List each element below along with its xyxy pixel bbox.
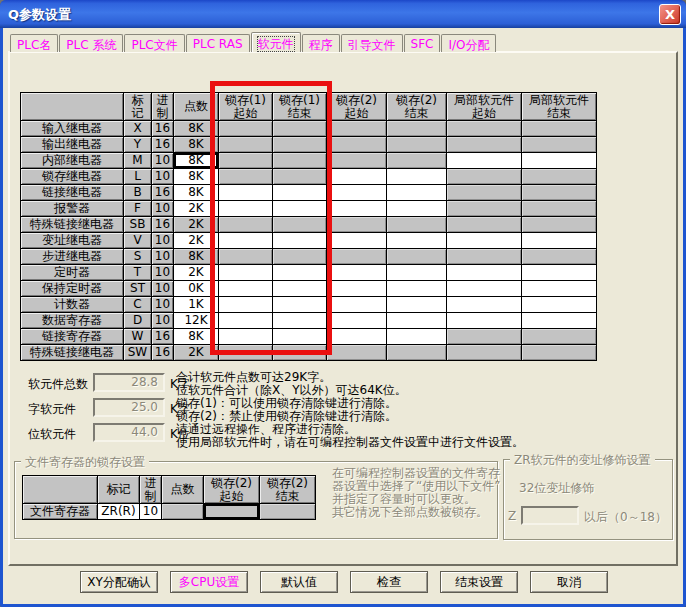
tab-label: I/O分配 (448, 38, 489, 52)
tab-program[interactable]: 程序 (302, 34, 340, 52)
latch1-start-cell[interactable] (219, 329, 273, 345)
latch2-start-cell[interactable] (327, 233, 387, 249)
base-cell: 10 (152, 313, 174, 329)
local-start-cell[interactable] (447, 153, 522, 169)
word-device-value: 25.0 (93, 398, 165, 417)
cancel-button[interactable]: 取消 (530, 571, 608, 593)
end-setup-button[interactable]: 结束设置 (440, 571, 518, 593)
points-cell: 2K (174, 345, 219, 361)
tab-plc-name[interactable]: PLC名 (10, 34, 58, 52)
device-table-header-row: 标 记进 制点数锁存(1) 起始锁存(1) 结束锁存(2) 起始锁存(2) 结束… (21, 93, 597, 121)
tab-label: PLC文件 (131, 38, 177, 52)
mark-cell: M (124, 153, 152, 169)
latch1-start-cell[interactable] (219, 233, 273, 249)
multi-cpu-settings-button[interactable]: 多CPU设置 (170, 571, 248, 593)
tab-plc-ras[interactable]: PLC RAS (186, 34, 250, 52)
xy-assignment-confirm-button[interactable]: XY分配确认 (80, 571, 158, 593)
latch2-start-cell[interactable] (327, 169, 387, 185)
local-start-cell[interactable] (447, 281, 522, 297)
points-cell[interactable]: 12K (174, 313, 219, 329)
device-name-cell: 特殊链接继电器 (21, 345, 124, 361)
mark-cell[interactable]: ZR(R) (98, 504, 140, 520)
device-row: 锁存继电器L108K (21, 169, 597, 185)
latch2-end-cell[interactable] (387, 313, 447, 329)
mark-cell: D (124, 313, 152, 329)
latch1-end-cell[interactable] (273, 313, 327, 329)
latch2-end-cell[interactable] (387, 169, 447, 185)
latch1-start-cell[interactable] (219, 313, 273, 329)
latch2-start-cell[interactable] (327, 185, 387, 201)
latch1-end-cell[interactable] (273, 297, 327, 313)
tab-label: PLC 系统 (66, 38, 116, 52)
local-start-cell[interactable] (447, 313, 522, 329)
latch2-end-cell[interactable] (387, 201, 447, 217)
latch1-end-cell[interactable] (273, 265, 327, 281)
local-start-cell[interactable] (447, 233, 522, 249)
points-cell[interactable]: 8K (174, 153, 219, 169)
local-end-cell (522, 345, 597, 361)
latch1-end-cell[interactable] (273, 281, 327, 297)
points-cell[interactable]: 1K (174, 297, 219, 313)
latch2-start-cell[interactable] (327, 265, 387, 281)
local-start-cell[interactable] (447, 265, 522, 281)
points-cell[interactable]: 2K (174, 233, 219, 249)
check-button[interactable]: 检查 (350, 571, 428, 593)
points-cell[interactable]: 8K (174, 329, 219, 345)
local-end-cell[interactable] (522, 265, 597, 281)
latch1-start-cell (219, 137, 273, 153)
tab-plc-system[interactable]: PLC 系统 (59, 34, 123, 52)
tab-io-assignment[interactable]: I/O分配 (441, 34, 496, 52)
base-cell[interactable]: 10 (140, 504, 162, 520)
tab-device[interactable]: 软元件 (251, 32, 301, 52)
local-end-cell[interactable] (522, 281, 597, 297)
latch2-end-cell[interactable] (387, 297, 447, 313)
column-header (21, 93, 124, 121)
latch1-end-cell[interactable] (273, 185, 327, 201)
points-cell[interactable]: 0K (174, 281, 219, 297)
points-cell[interactable]: 2K (174, 265, 219, 281)
latch2-end-cell[interactable] (387, 185, 447, 201)
local-end-cell[interactable] (522, 153, 597, 169)
latch2-start-cell[interactable] (327, 297, 387, 313)
local-start-cell[interactable] (447, 297, 522, 313)
latch2-start-cell[interactable] (327, 313, 387, 329)
column-header: 标记 (98, 476, 140, 504)
tab-plc-file[interactable]: PLC文件 (124, 34, 184, 52)
z-range-suffix: 以后（0～18） (584, 509, 667, 526)
button-row: XY分配确认多CPU设置默认值检查结束设置取消 (80, 571, 608, 593)
latch1-end-cell[interactable] (273, 201, 327, 217)
latch2-start-cell[interactable] (327, 281, 387, 297)
latch1-start-cell[interactable] (219, 297, 273, 313)
latch2-end-cell[interactable] (387, 265, 447, 281)
close-button[interactable]: X (659, 4, 681, 25)
latch1-start-cell[interactable] (219, 185, 273, 201)
latch2-start-cell (204, 504, 260, 520)
latch1-start-cell[interactable] (219, 281, 273, 297)
latch2-start-cell[interactable] (327, 329, 387, 345)
latch2-end-cell (260, 504, 316, 520)
points-cell[interactable]: 8K (174, 185, 219, 201)
points-cell (162, 504, 204, 520)
points-cell[interactable]: 2K (174, 201, 219, 217)
latch2-end-cell[interactable] (387, 281, 447, 297)
latch2-end-cell[interactable] (387, 329, 447, 345)
local-end-cell[interactable] (522, 233, 597, 249)
latch2-end-cell[interactable] (387, 233, 447, 249)
tab-boot-file[interactable]: 引导文件 (341, 34, 403, 52)
latch2-start-cell[interactable] (327, 201, 387, 217)
mark-cell: S (124, 249, 152, 265)
points-cell[interactable]: 8K (174, 169, 219, 185)
latch1-start-cell (219, 345, 273, 361)
latch2-end-cell (387, 121, 447, 137)
local-end-cell[interactable] (522, 297, 597, 313)
default-value-button[interactable]: 默认值 (260, 571, 338, 593)
local-end-cell[interactable] (522, 313, 597, 329)
latch1-start-cell (219, 121, 273, 137)
latch1-end-cell[interactable] (273, 233, 327, 249)
tab-sfc[interactable]: SFC (404, 34, 441, 52)
latch1-end-cell[interactable] (273, 329, 327, 345)
latch1-end-cell (273, 345, 327, 361)
latch1-start-cell[interactable] (219, 201, 273, 217)
mark-cell: T (124, 265, 152, 281)
latch1-start-cell[interactable] (219, 265, 273, 281)
